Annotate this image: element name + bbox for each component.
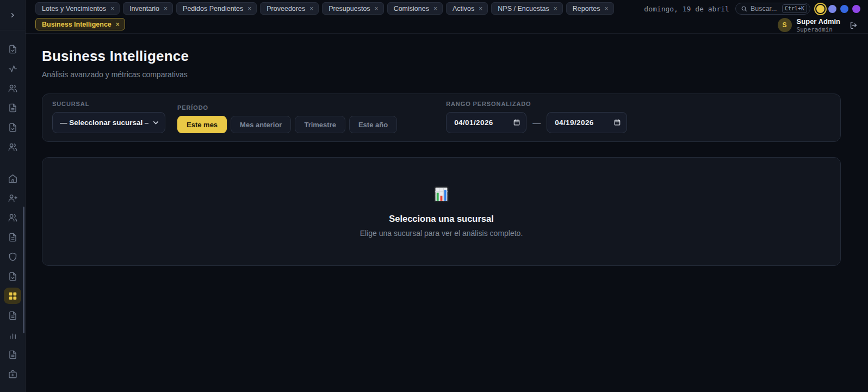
- sidebar-item-shield[interactable]: [4, 248, 21, 265]
- file-text-icon: [8, 310, 18, 321]
- rango-label: RANGO PERSONALIZADO: [446, 101, 627, 107]
- main-area: Lotes y Vencimientos×Inventario×Pedidos …: [26, 0, 868, 392]
- close-icon[interactable]: ×: [554, 5, 557, 12]
- sidebar-item-file-text[interactable]: [4, 346, 21, 363]
- close-icon[interactable]: ×: [309, 5, 313, 12]
- user-menu: S Super Admin Superadmin: [778, 17, 861, 33]
- sidebar-nav: [4, 41, 21, 382]
- users-icon: [8, 142, 18, 152]
- close-icon[interactable]: ×: [605, 5, 609, 12]
- filter-panel: SUCURSAL — Seleccionar sucursal — PERÍOD…: [42, 94, 841, 142]
- tab-presupuestos[interactable]: Presupuestos×: [322, 2, 383, 15]
- file-text-icon: [8, 232, 18, 242]
- period-buttons: Este mesMes anteriorTrimestreEste año: [177, 116, 397, 133]
- sidebar-item-file-text[interactable]: [4, 229, 21, 245]
- tab-lotes-y-vencimientos[interactable]: Lotes y Vencimientos×: [35, 2, 120, 15]
- home-icon: [8, 173, 18, 184]
- tab-label: Comisiones: [394, 5, 429, 13]
- tab-nps-encuestas[interactable]: NPS / Encuestas×: [491, 2, 563, 15]
- sidebar-item-layout-grid[interactable]: [4, 288, 21, 304]
- sucursal-select[interactable]: — Seleccionar sucursal —: [52, 112, 165, 133]
- empty-state-panel: Selecciona una sucursal Elige una sucurs…: [42, 157, 841, 266]
- date-to-input[interactable]: [547, 112, 627, 133]
- tab-comisiones[interactable]: Comisiones×: [387, 2, 443, 15]
- search-shortcut-badge: Ctrl+K: [782, 4, 807, 13]
- sidebar-item-file-check[interactable]: [4, 119, 21, 135]
- file-text-icon: [8, 350, 18, 360]
- theme-color-yellow[interactable]: [816, 5, 824, 13]
- filter-group-sucursal: SUCURSAL — Seleccionar sucursal —: [52, 101, 165, 133]
- bar-chart-emoji: [433, 186, 450, 203]
- file-check-icon: [8, 122, 18, 133]
- theme-color-blue[interactable]: [840, 5, 848, 13]
- close-icon[interactable]: ×: [479, 5, 482, 12]
- sidebar-item-user-plus[interactable]: [4, 190, 21, 206]
- theme-color-purple[interactable]: [852, 5, 860, 13]
- file-check-icon: [8, 44, 18, 54]
- page-subtitle: Análisis avanzado y métricas comparativa…: [42, 70, 841, 79]
- tab-pedidos-pendientes[interactable]: Pedidos Pendientes×: [176, 2, 257, 15]
- tab-label: Inventario: [129, 5, 159, 13]
- sidebar-item-home[interactable]: [4, 170, 21, 186]
- close-icon[interactable]: ×: [375, 5, 379, 12]
- close-icon[interactable]: ×: [110, 5, 114, 12]
- close-icon[interactable]: ×: [164, 5, 168, 12]
- sidebar-item-users[interactable]: [4, 139, 21, 155]
- sidebar-item-users[interactable]: [4, 80, 21, 96]
- sidebar-expand-button[interactable]: [0, 0, 26, 30]
- user-name: Super Admin: [797, 17, 840, 26]
- search-input[interactable]: [751, 5, 779, 13]
- tab-business-intelligence[interactable]: Business Intelligence×: [35, 18, 125, 30]
- period-button-mes-anterior[interactable]: Mes anterior: [231, 116, 291, 133]
- tab-strip: Lotes y Vencimientos×Inventario×Pedidos …: [35, 2, 614, 30]
- close-icon[interactable]: ×: [116, 21, 120, 28]
- logout-button[interactable]: [849, 21, 858, 30]
- filter-group-rango: RANGO PERSONALIZADO —: [446, 101, 627, 133]
- tab-row-2: Business Intelligence×: [35, 18, 614, 30]
- file-check-icon: [8, 271, 18, 282]
- sidebar-item-file-text[interactable]: [4, 99, 21, 116]
- topbar: Lotes y Vencimientos×Inventario×Pedidos …: [26, 0, 868, 34]
- sidebar-item-file-text[interactable]: [4, 307, 21, 323]
- theme-color-indigo[interactable]: [828, 5, 836, 13]
- empty-state-subtitle: Elige una sucursal para ver el análisis …: [360, 229, 523, 238]
- layout-grid-icon: [8, 291, 18, 301]
- sidebar-item-users[interactable]: [4, 209, 21, 226]
- tab-activos[interactable]: Activos×: [446, 2, 488, 15]
- tab-proveedores[interactable]: Proveedores×: [260, 2, 319, 15]
- close-icon[interactable]: ×: [247, 5, 251, 12]
- briefcase-medical-icon: [8, 369, 18, 379]
- user-role: Superadmin: [797, 26, 840, 33]
- sidebar: [0, 0, 26, 392]
- close-icon[interactable]: ×: [433, 5, 437, 12]
- sidebar-item-file-check[interactable]: [4, 41, 21, 57]
- shield-icon: [8, 252, 18, 262]
- page-content: Business Intelligence Análisis avanzado …: [26, 34, 868, 392]
- sidebar-item-bar-chart[interactable]: [4, 327, 21, 343]
- tab-label: Reportes: [573, 5, 600, 13]
- sidebar-scrollbar[interactable]: [23, 207, 24, 333]
- app-window: Lotes y Vencimientos×Inventario×Pedidos …: [0, 0, 868, 392]
- range-separator: —: [532, 118, 541, 127]
- period-button-trimestre[interactable]: Trimestre: [295, 116, 345, 133]
- search-box[interactable]: Ctrl+K: [735, 3, 810, 15]
- tab-label: Business Intelligence: [42, 21, 111, 28]
- chevron-right-icon: [8, 11, 17, 20]
- tab-inventario[interactable]: Inventario×: [123, 2, 173, 15]
- tab-row-1: Lotes y Vencimientos×Inventario×Pedidos …: [35, 2, 614, 15]
- sidebar-item-briefcase-medical[interactable]: [4, 366, 21, 382]
- bar-chart-icon: [8, 330, 18, 340]
- period-button-este-mes[interactable]: Este mes: [177, 116, 227, 133]
- date-from-input[interactable]: [446, 112, 526, 133]
- tab-label: Presupuestos: [328, 5, 370, 13]
- topbar-right: domingo, 19 de abril Ctrl+K S Super Admi…: [644, 2, 861, 33]
- period-button-este-a-o[interactable]: Este año: [349, 116, 397, 133]
- users-icon: [8, 83, 18, 94]
- tab-label: Proveedores: [266, 5, 305, 13]
- current-date: domingo, 19 de abril: [644, 5, 729, 13]
- tab-reportes[interactable]: Reportes×: [566, 2, 614, 15]
- sidebar-item-activity[interactable]: [4, 60, 21, 77]
- tab-label: Activos: [452, 5, 474, 13]
- sidebar-item-file-check[interactable]: [4, 268, 21, 284]
- avatar[interactable]: S: [778, 18, 792, 32]
